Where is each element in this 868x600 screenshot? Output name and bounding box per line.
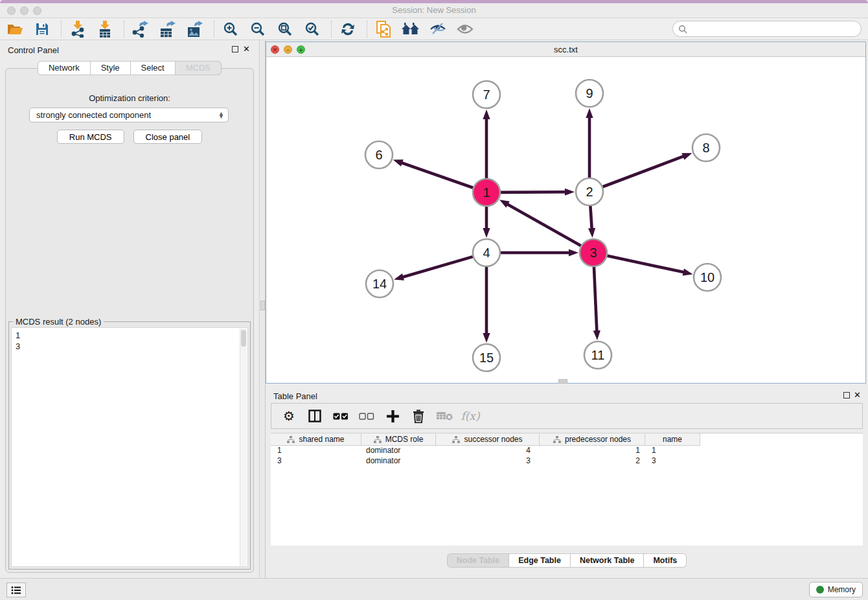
optimization-criterion-dropdown[interactable]: strongly connected component ▲▼ [29, 108, 229, 122]
table-cell[interactable]: 2 [540, 456, 645, 467]
edge-2-3[interactable] [590, 206, 591, 230]
node-label-7: 7 [483, 87, 490, 102]
column-header-name[interactable]: name [645, 433, 700, 446]
edge-1-6[interactable] [400, 163, 473, 188]
show-eye-icon[interactable] [455, 20, 475, 38]
edge-3-10[interactable] [608, 256, 685, 273]
import-network-icon[interactable] [68, 20, 87, 38]
clone-network-icon[interactable] [374, 20, 393, 38]
float-panel-icon[interactable] [232, 46, 238, 52]
close-panel-button[interactable]: Close panel [133, 130, 203, 144]
node-label-9: 9 [586, 86, 593, 100]
export-table-icon[interactable] [158, 20, 177, 38]
table-cell[interactable]: 3 [271, 456, 361, 467]
table-cell[interactable]: 3 [645, 456, 700, 467]
node-label-3: 3 [589, 246, 597, 260]
edge-3-1[interactable] [506, 203, 580, 246]
import-table-icon[interactable] [95, 20, 115, 38]
network-resize-grip[interactable] [558, 379, 567, 384]
table-cell[interactable]: 4 [436, 446, 540, 456]
status-bar: Memory [0, 578, 868, 600]
table-cell[interactable]: 3 [436, 456, 540, 467]
zoom-fit-icon[interactable] [275, 20, 295, 38]
tab-motifs[interactable]: Motifs [644, 553, 687, 568]
edge-1-2[interactable] [501, 192, 567, 192]
memory-status-icon [816, 586, 824, 594]
result-scrollbar[interactable] [240, 329, 247, 566]
table-cell[interactable]: 1 [271, 446, 361, 456]
table-cell[interactable]: dominator [361, 446, 436, 456]
task-history-button[interactable] [6, 583, 26, 597]
table-panel-title: Table Panel [273, 391, 317, 401]
toolbar-separator [331, 21, 332, 38]
close-panel-icon[interactable]: ✕ [243, 44, 250, 54]
node-table[interactable]: shared nameMCDS rolesuccessor nodesprede… [271, 433, 863, 546]
refresh-icon[interactable] [338, 20, 358, 38]
home-layout-icon[interactable] [401, 20, 420, 38]
edge-arrowhead [588, 228, 595, 238]
export-image-icon[interactable] [185, 20, 205, 38]
vertical-splitter[interactable] [259, 40, 266, 578]
edge-arrowhead [565, 189, 575, 196]
edge-2-8[interactable] [603, 156, 685, 187]
tab-edge-table[interactable]: Edge Table [509, 553, 571, 568]
edge-3-11[interactable] [594, 267, 597, 332]
table-cell[interactable]: 1 [540, 446, 645, 456]
delete-row-trash-icon[interactable] [407, 406, 429, 426]
select-all-icon[interactable] [330, 406, 352, 426]
mcds-result-title: MCDS result (2 nodes) [13, 317, 104, 327]
hierarchy-icon [452, 436, 460, 443]
column-header-successor-nodes[interactable]: successor nodes [436, 433, 540, 446]
deselect-all-icon[interactable] [356, 406, 378, 426]
table-row[interactable]: 1dominator411 [271, 446, 863, 456]
hide-eye-icon[interactable] [428, 20, 448, 38]
zoom-selected-icon[interactable] [303, 20, 322, 38]
delete-table-icon [433, 406, 455, 426]
column-header-shared-name[interactable]: shared name [271, 433, 361, 446]
tab-node-table[interactable]: Node Table [447, 553, 509, 568]
node-label-4: 4 [483, 246, 490, 260]
zoom-out-icon[interactable] [248, 20, 268, 38]
optimization-criterion-label: Optimization criterion: [6, 93, 253, 103]
splitter-grip[interactable] [260, 301, 265, 310]
edge-arrowhead [593, 330, 600, 340]
table-cell[interactable]: dominator [361, 456, 436, 467]
open-folder-icon[interactable] [5, 20, 25, 38]
table-row[interactable]: 3dominator323 [271, 456, 863, 467]
mcds-result-text[interactable]: 1 3 [11, 327, 248, 567]
list-icon [11, 586, 21, 595]
table-toolbar: ⚙ f(x) [271, 403, 863, 429]
table-panel: Table Panel ✕ ⚙ f(x) shared nameMCDS rol… [266, 386, 868, 574]
run-mcds-button[interactable]: Run MCDS [57, 130, 124, 144]
search-icon [678, 25, 687, 34]
edge-4-14[interactable] [402, 257, 473, 277]
column-header-predecessor-nodes[interactable]: predecessor nodes [540, 433, 645, 446]
add-row-icon[interactable] [382, 406, 404, 426]
search-input[interactable] [691, 24, 861, 34]
column-header-MCDS-role[interactable]: MCDS role [361, 433, 436, 446]
save-icon[interactable] [32, 20, 52, 38]
memory-label: Memory [828, 585, 856, 594]
memory-button[interactable]: Memory [809, 582, 863, 597]
edge-arrowhead [499, 200, 510, 207]
tab-network-table[interactable]: Network Table [571, 553, 645, 568]
table-settings-gear-icon[interactable]: ⚙ [278, 406, 300, 426]
tab-network[interactable]: Network [38, 61, 91, 75]
float-table-panel-icon[interactable] [843, 392, 850, 398]
column-view-icon[interactable] [304, 406, 326, 426]
tab-style[interactable]: Style [91, 61, 131, 75]
edge-arrowhead [394, 273, 404, 281]
network-canvas[interactable]: 7968124314101511 [266, 57, 865, 383]
close-table-panel-icon[interactable]: ✕ [854, 390, 861, 400]
table-cell[interactable]: 1 [645, 446, 700, 456]
tab-mcds[interactable]: MCDS [176, 61, 222, 75]
control-panel: Control Panel ✕ NetworkStyleSelectMCDS O… [0, 40, 259, 578]
network-window-titlebar[interactable]: ✕ – + scc.txt [266, 42, 865, 57]
export-network-icon[interactable] [131, 20, 150, 38]
search-box[interactable] [672, 21, 862, 37]
node-label-11: 11 [591, 348, 605, 362]
edge-arrowhead [681, 153, 692, 160]
control-panel-title: Control Panel [8, 45, 59, 55]
tab-select[interactable]: Select [131, 61, 176, 75]
zoom-in-icon[interactable] [221, 20, 240, 38]
